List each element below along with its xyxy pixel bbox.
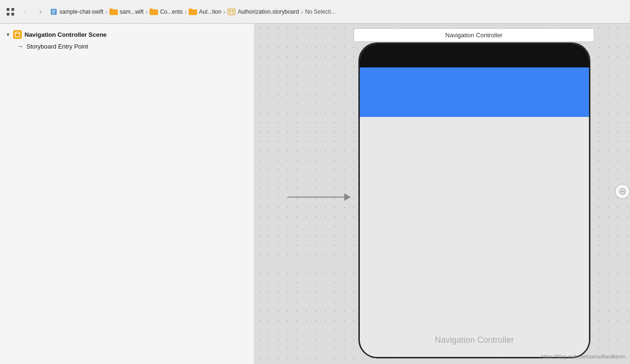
breadcrumb-sep-2: › <box>184 8 187 16</box>
scene-icon <box>13 30 22 39</box>
canvas-bottom-label: Navigation Controller <box>358 335 590 345</box>
breadcrumb-label-group3: Aut...tion <box>199 8 221 15</box>
sidebar: ▼ Navigation Controller Scene → Storyboa… <box>0 24 255 364</box>
canvas[interactable]: Navigation Controller Navigation Control… <box>255 24 630 364</box>
breadcrumb-label-group1: sam...wift <box>120 8 144 15</box>
watermark-text: https://blog.csdn.net/samu8andkevin <box>541 354 625 359</box>
breadcrumb-sep-1: › <box>146 8 148 16</box>
breadcrumb-item-group3[interactable]: Aut...tion <box>189 8 221 15</box>
connector-icon <box>619 188 626 195</box>
watermark: https://blog.csdn.net/samu8andkevin <box>541 354 625 359</box>
scene-label: Navigation Controller Scene <box>25 31 107 38</box>
breadcrumb-item-project[interactable]: sample-chat-swift <box>50 8 103 16</box>
forward-button[interactable]: › <box>35 6 46 17</box>
disclosure-triangle[interactable]: ▼ <box>6 32 10 37</box>
project-icon <box>50 8 58 16</box>
breadcrumb-sep-0: › <box>105 8 108 16</box>
svg-rect-13 <box>15 32 20 37</box>
scene-item[interactable]: ▼ Navigation Controller Scene <box>0 28 254 41</box>
arrow-line <box>288 197 344 198</box>
entry-point-item[interactable]: → Storyboard Entry Point <box>0 41 254 52</box>
phone-frame <box>358 42 590 358</box>
svg-rect-1 <box>11 8 14 11</box>
svg-rect-11 <box>229 13 231 14</box>
phone-container <box>358 42 590 363</box>
entry-arrow <box>288 193 351 201</box>
breadcrumb-label-storyboard: Authorization.storyboard <box>238 8 299 15</box>
breadcrumb-label-project: sample-chat-swift <box>59 8 103 15</box>
entry-point-arrow-icon: → <box>17 42 24 50</box>
svg-rect-0 <box>7 8 9 11</box>
arrow-head <box>344 193 351 201</box>
svg-rect-10 <box>232 9 234 12</box>
breadcrumb-item-group2[interactable]: Co...ents <box>149 8 182 15</box>
breadcrumb-sep-4: › <box>301 8 303 16</box>
toolbar: ‹ › sample-chat-swift › sam...wift › <box>0 0 630 24</box>
svg-rect-3 <box>11 13 14 16</box>
breadcrumb-item-storyboard[interactable]: Authorization.storyboard <box>227 8 299 16</box>
folder-icon-1 <box>109 8 118 15</box>
breadcrumb-sep-3: › <box>223 8 225 16</box>
back-button[interactable]: ‹ <box>20 6 31 17</box>
right-edge-connector[interactable] <box>615 184 630 199</box>
grid-icon[interactable] <box>5 6 16 17</box>
breadcrumb-label-group2: Co...ents <box>160 8 182 15</box>
folder-icon-2 <box>149 8 158 15</box>
breadcrumb-label-selection: No Selecti... <box>305 8 336 15</box>
entry-point-label: Storyboard Entry Point <box>26 43 88 50</box>
nav-controller-title-box: Navigation Controller <box>354 28 594 42</box>
phone-notch <box>444 44 505 58</box>
svg-rect-12 <box>232 13 234 14</box>
main-area: ▼ Navigation Controller Scene → Storyboa… <box>0 24 630 364</box>
svg-rect-9 <box>229 9 231 12</box>
svg-rect-2 <box>7 13 9 16</box>
nav-controller-title: Navigation Controller <box>445 32 502 39</box>
phone-content <box>360 117 589 357</box>
folder-icon-3 <box>189 8 197 15</box>
breadcrumb-item-group1[interactable]: sam...wift <box>109 8 144 15</box>
storyboard-icon <box>227 8 236 16</box>
canvas-label-text: Navigation Controller <box>435 335 514 345</box>
breadcrumb: sample-chat-swift › sam...wift › Co...en… <box>50 8 625 16</box>
